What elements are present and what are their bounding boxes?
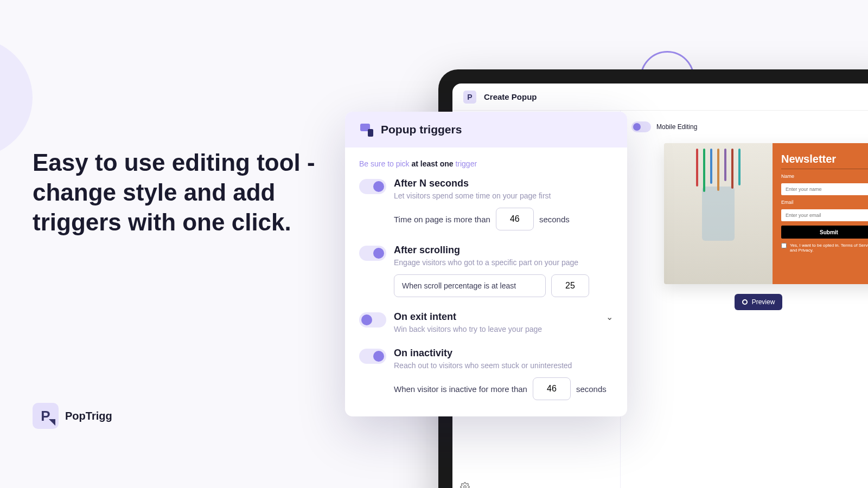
- exit-intent-toggle[interactable]: [359, 312, 386, 328]
- exit-intent-desc: Win back visitors who try to leave your …: [394, 325, 613, 333]
- gear-icon[interactable]: [460, 482, 470, 488]
- inactivity-value[interactable]: [533, 377, 571, 400]
- preview-button-label: Preview: [752, 298, 775, 306]
- email-label: Email: [781, 200, 868, 205]
- after-seconds-toggle[interactable]: [359, 179, 386, 194]
- inactivity-desc: Reach out to visitors who seem stuck or …: [394, 361, 572, 370]
- triggers-panel: Popup triggers Be sure to pick at least …: [345, 112, 627, 416]
- consent-checkbox[interactable]: [781, 243, 787, 248]
- email-input[interactable]: [781, 209, 868, 221]
- brand-logo: P: [33, 403, 59, 429]
- trigger-after-scrolling: After scrolling Engage visitors who got …: [359, 245, 613, 297]
- newsletter-title: Newsletter: [781, 153, 868, 169]
- app-logo-icon: P: [463, 91, 476, 104]
- inactivity-label-after: seconds: [576, 384, 607, 394]
- preview-icon: [742, 299, 748, 305]
- inactivity-label-before: When visitor is inactive for more than: [394, 384, 527, 394]
- mobile-editing-row: Mobile Editing: [631, 121, 868, 132]
- name-label: Name: [781, 174, 868, 179]
- brand-name: PopTrigg: [65, 410, 112, 422]
- headline: Easy to use editing tool - change style …: [33, 147, 326, 237]
- trigger-after-seconds: After N seconds Let visitors spend some …: [359, 178, 613, 230]
- after-seconds-label-before: Time on page is more than: [394, 215, 490, 224]
- preview-form: Newsletter Name Email Submit Yes, I want…: [773, 143, 868, 284]
- svg-point-0: [464, 486, 467, 488]
- inactivity-title: On inactivity: [394, 348, 572, 359]
- triggers-icon: [359, 123, 373, 137]
- trigger-exit-intent: On exit intent ⌄ Win back visitors who t…: [359, 311, 613, 333]
- exit-intent-title: On exit intent: [394, 311, 456, 323]
- trigger-inactivity: On inactivity Reach out to visitors who …: [359, 348, 613, 400]
- after-seconds-value[interactable]: [496, 208, 534, 230]
- after-seconds-title: After N seconds: [394, 178, 551, 189]
- app-bar: P Create Popup: [452, 84, 868, 111]
- chevron-down-icon[interactable]: ⌄: [606, 312, 613, 322]
- submit-button[interactable]: Submit: [781, 226, 868, 239]
- right-panel: Mobile Editing: [621, 111, 868, 488]
- appbar-title: Create Popup: [484, 92, 537, 101]
- after-seconds-desc: Let visitors spend some time on your pag…: [394, 191, 551, 200]
- brand: P PopTrigg: [33, 403, 112, 429]
- triggers-header: Popup triggers: [345, 112, 627, 147]
- consent-text: Yes, I want to be opted in. Terms of Ser…: [790, 243, 868, 253]
- mobile-editing-label: Mobile Editing: [656, 123, 697, 131]
- triggers-title: Popup triggers: [381, 123, 462, 136]
- decor-circle: [0, 38, 33, 157]
- after-seconds-label-after: seconds: [539, 215, 570, 224]
- consent-row: Yes, I want to be opted in. Terms of Ser…: [781, 243, 868, 253]
- preview-button[interactable]: Preview: [735, 294, 783, 310]
- inactivity-toggle[interactable]: [359, 349, 386, 364]
- preview-image: [664, 143, 773, 284]
- name-input[interactable]: [781, 183, 868, 195]
- scroll-condition-select[interactable]: When scroll percentage is at least: [394, 274, 546, 297]
- scroll-percent-value[interactable]: [551, 274, 589, 297]
- after-scrolling-toggle[interactable]: [359, 246, 386, 261]
- popup-preview: Newsletter Name Email Submit Yes, I want…: [664, 143, 868, 284]
- mobile-editing-toggle[interactable]: [631, 121, 651, 132]
- after-scrolling-desc: Engage visitors who got to a specific pa…: [394, 258, 578, 267]
- after-scrolling-title: After scrolling: [394, 245, 578, 256]
- triggers-hint: Be sure to pick at least one trigger: [359, 159, 613, 168]
